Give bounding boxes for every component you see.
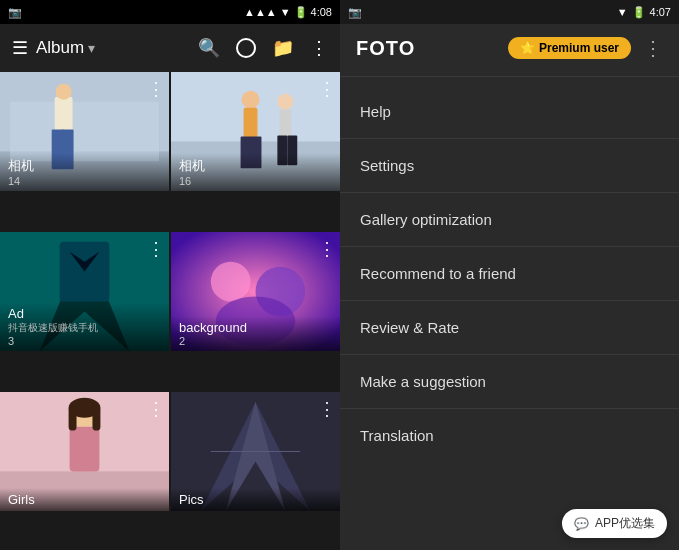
album-label: 相机 14 bbox=[0, 153, 169, 191]
right-battery-icon: 🔋 bbox=[632, 6, 646, 19]
album-more-button[interactable]: ⋮ bbox=[147, 398, 165, 420]
menu-item-suggestion[interactable]: Make a suggestion bbox=[340, 359, 679, 404]
album-name: 相机 bbox=[8, 157, 161, 175]
svg-rect-14 bbox=[279, 110, 291, 138]
menu-item-translation[interactable]: Translation bbox=[340, 413, 679, 458]
album-title: Album bbox=[36, 38, 84, 58]
right-status-left: 📷 bbox=[348, 6, 362, 19]
badge-label: APP优选集 bbox=[595, 515, 655, 532]
menu-item-gallery-optimization[interactable]: Gallery optimization bbox=[340, 197, 679, 242]
album-label: background 2 bbox=[171, 316, 340, 351]
menu-item-label: Translation bbox=[360, 427, 434, 444]
menu-item-recommend[interactable]: Recommend to a friend bbox=[340, 251, 679, 296]
top-bar-icons: 🔍 📁 ⋮ bbox=[198, 37, 328, 59]
menu-divider-6 bbox=[340, 408, 679, 409]
right-time: 4:07 bbox=[650, 6, 671, 18]
svg-point-13 bbox=[277, 94, 293, 110]
circle-icon[interactable] bbox=[236, 38, 256, 58]
premium-label: Premium user bbox=[539, 41, 619, 55]
menu-items-container: Help Settings Gallery optimization Recom… bbox=[340, 81, 679, 550]
menu-divider-4 bbox=[340, 300, 679, 301]
status-right: ▲▲▲ ▼ 🔋 4:08 bbox=[244, 6, 332, 19]
menu-divider-2 bbox=[340, 192, 679, 193]
album-more-button[interactable]: ⋮ bbox=[318, 78, 336, 100]
svg-rect-28 bbox=[70, 427, 100, 472]
menu-item-label: Settings bbox=[360, 157, 414, 174]
right-status-bar: 📷 ▼ 🔋 4:07 bbox=[340, 0, 679, 24]
right-top-bar: FOTO ⭐ Premium user ⋮ bbox=[340, 24, 679, 72]
album-item[interactable]: background 2 ⋮ bbox=[171, 232, 340, 351]
more-menu-icon[interactable]: ⋮ bbox=[310, 37, 328, 59]
right-status-right: ▼ 🔋 4:07 bbox=[617, 6, 671, 19]
left-status-bar: 📷 ▲▲▲ ▼ 🔋 4:08 bbox=[0, 0, 340, 24]
menu-divider-1 bbox=[340, 138, 679, 139]
badge-icon: 💬 bbox=[574, 517, 589, 531]
signal-icon: ▲▲▲ bbox=[244, 6, 277, 18]
album-name: Pics bbox=[179, 492, 332, 507]
app-name: FOTO bbox=[356, 37, 415, 60]
album-grid: 相机 14 ⋮ bbox=[0, 72, 340, 550]
album-name: 相机 bbox=[179, 157, 332, 175]
album-item[interactable]: Ad 抖音极速版赚钱手机 3 ⋮ bbox=[0, 232, 169, 351]
svg-rect-10 bbox=[244, 108, 258, 138]
menu-item-label: Make a suggestion bbox=[360, 373, 486, 390]
album-item[interactable]: Pics ⋮ bbox=[171, 392, 340, 511]
album-more-button[interactable]: ⋮ bbox=[318, 238, 336, 260]
right-notification-icon: 📷 bbox=[348, 6, 362, 18]
album-count: 2 bbox=[179, 335, 332, 347]
right-more-icon[interactable]: ⋮ bbox=[643, 36, 663, 60]
right-panel: 📷 ▼ 🔋 4:07 FOTO ⭐ Premium user ⋮ H bbox=[340, 0, 679, 550]
album-count: 14 bbox=[8, 175, 161, 187]
menu-divider-top bbox=[340, 76, 679, 77]
album-item[interactable]: 相机 14 ⋮ bbox=[0, 72, 169, 191]
status-left: 📷 bbox=[8, 6, 22, 19]
album-title-container[interactable]: Album ▾ bbox=[36, 38, 190, 58]
left-panel: 📷 ▲▲▲ ▼ 🔋 4:08 ☰ Album ▾ 🔍 📁 ⋮ bbox=[0, 0, 340, 550]
hamburger-icon[interactable]: ☰ bbox=[12, 37, 28, 59]
search-icon[interactable]: 🔍 bbox=[198, 37, 220, 59]
album-subtitle: 抖音极速版赚钱手机 bbox=[8, 321, 161, 335]
time-display: 4:08 bbox=[311, 6, 332, 18]
album-name: background bbox=[179, 320, 332, 335]
folder-icon[interactable]: 📁 bbox=[272, 37, 294, 59]
battery-icon: 🔋 bbox=[294, 6, 308, 19]
right-panel-wrapper: 📷 ▼ 🔋 4:07 FOTO ⭐ Premium user ⋮ H bbox=[340, 0, 679, 550]
menu-item-review-rate[interactable]: Review & Rate bbox=[340, 305, 679, 350]
album-name: Girls bbox=[8, 492, 161, 507]
premium-star-icon: ⭐ bbox=[520, 41, 535, 55]
wifi-icon: ▼ bbox=[280, 6, 291, 18]
menu-item-label: Review & Rate bbox=[360, 319, 459, 336]
menu-item-label: Help bbox=[360, 103, 391, 120]
album-item[interactable]: Girls ⋮ bbox=[0, 392, 169, 511]
menu-item-help[interactable]: Help bbox=[340, 89, 679, 134]
menu-item-settings[interactable]: Settings bbox=[340, 143, 679, 188]
svg-rect-3 bbox=[55, 97, 73, 132]
app-badge[interactable]: 💬 APP优选集 bbox=[562, 509, 667, 538]
svg-rect-31 bbox=[92, 406, 100, 431]
album-item[interactable]: 相机 16 ⋮ bbox=[171, 72, 340, 191]
premium-button[interactable]: ⭐ Premium user bbox=[508, 37, 631, 59]
svg-point-9 bbox=[242, 91, 260, 109]
album-label: 相机 16 bbox=[171, 153, 340, 191]
svg-rect-30 bbox=[69, 406, 77, 431]
menu-item-label: Gallery optimization bbox=[360, 211, 492, 228]
menu-divider-3 bbox=[340, 246, 679, 247]
album-label: Pics bbox=[171, 488, 340, 511]
album-more-button[interactable]: ⋮ bbox=[147, 238, 165, 260]
dropdown-icon[interactable]: ▾ bbox=[88, 40, 95, 56]
album-more-button[interactable]: ⋮ bbox=[147, 78, 165, 100]
menu-item-label: Recommend to a friend bbox=[360, 265, 516, 282]
right-top-right: ⭐ Premium user ⋮ bbox=[508, 36, 663, 60]
left-top-bar: ☰ Album ▾ 🔍 📁 ⋮ bbox=[0, 24, 340, 72]
album-label: Girls bbox=[0, 488, 169, 511]
album-more-button[interactable]: ⋮ bbox=[318, 398, 336, 420]
svg-point-6 bbox=[56, 84, 72, 100]
album-count: 3 bbox=[8, 335, 161, 347]
notification-icon: 📷 bbox=[8, 6, 22, 19]
album-count: 16 bbox=[179, 175, 332, 187]
album-name: Ad bbox=[8, 306, 161, 321]
right-wifi-icon: ▼ bbox=[617, 6, 628, 18]
svg-point-22 bbox=[211, 262, 251, 302]
menu-divider-5 bbox=[340, 354, 679, 355]
album-label: Ad 抖音极速版赚钱手机 3 bbox=[0, 302, 169, 351]
